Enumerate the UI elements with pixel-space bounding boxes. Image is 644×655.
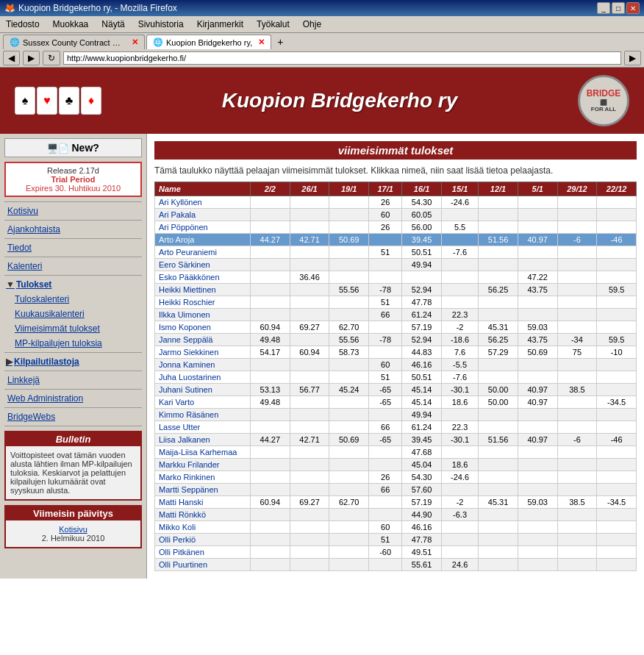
- table-row: Markku Frilander45.0418.6: [155, 459, 637, 471]
- cell-value: 49.48: [251, 396, 290, 409]
- cell-value: 24.6: [441, 559, 478, 571]
- cell-name: Arto Peuraniemi: [155, 246, 251, 259]
- cell-value: 45.14: [402, 384, 442, 396]
- player-link[interactable]: Matti Rönkkö: [159, 510, 206, 519]
- player-link[interactable]: Mikko Koli: [159, 523, 196, 531]
- address-input[interactable]: [63, 51, 621, 65]
- tab-0-close[interactable]: ✕: [132, 37, 138, 47]
- nav-viimeisimmat[interactable]: Viimeisimmät tulokset: [0, 321, 146, 336]
- player-link[interactable]: Kari Varto: [159, 398, 194, 407]
- player-link[interactable]: Arto Aroja: [159, 235, 194, 244]
- forward-button[interactable]: ▶: [23, 51, 40, 65]
- nav-divider-6: [4, 371, 142, 371]
- menu-tyokalut[interactable]: Työkalut: [254, 18, 293, 31]
- nav-kilpailutilastoja[interactable]: ▶Kilpailutilastoja: [0, 354, 146, 369]
- player-link[interactable]: Markku Frilander: [159, 460, 220, 469]
- cell-value: [329, 221, 369, 234]
- cell-name: Marko Rinkinen: [155, 471, 251, 484]
- player-link[interactable]: Martti Seppänen: [159, 485, 218, 494]
- player-link[interactable]: Ari Pakala: [159, 210, 196, 219]
- cell-value: [518, 559, 557, 571]
- nav-tuloskalenteri[interactable]: Tuloskalenteri: [0, 292, 146, 307]
- table-row: Olli Puurtinen55.6124.6: [155, 559, 637, 571]
- cell-value: [479, 484, 518, 496]
- table-row: Jarmo Siekkinen54.1760.9458.7344.837.657…: [155, 346, 637, 359]
- player-link[interactable]: Lasse Utter: [159, 423, 200, 432]
- menu-ohje[interactable]: Ohje: [300, 18, 324, 31]
- nav-bridgewebs[interactable]: BridgeWebs: [0, 409, 146, 424]
- nav-kalenteri[interactable]: Kalenteri: [0, 259, 146, 273]
- window-controls: _ □ ✕: [597, 2, 640, 14]
- cell-value: [290, 309, 329, 321]
- nav-mp-kilpailujen[interactable]: MP-kilpailujen tuloksia: [0, 336, 146, 351]
- tab-1-close[interactable]: ✕: [258, 37, 265, 47]
- player-link[interactable]: Ilkka Uimonen: [159, 310, 210, 319]
- menu-muokkaa[interactable]: Muokkaa: [50, 18, 92, 31]
- menu-tiedosto[interactable]: Tiedosto: [3, 18, 43, 31]
- player-link[interactable]: Olli Puurtinen: [159, 560, 207, 569]
- menu-sivuhistoria[interactable]: Sivuhistoria: [135, 18, 187, 31]
- cell-value: 50.00: [479, 384, 518, 396]
- results-scroll-area[interactable]: Name 2/2 26/1 19/1 17/1 16/1 15/1 12/1 5…: [154, 182, 637, 571]
- nav-tiedot[interactable]: Tiedot: [0, 240, 146, 255]
- menu-kirjanmerkit[interactable]: Kirjanmerkit: [194, 18, 246, 31]
- player-link[interactable]: Ari Kyllönen: [159, 198, 202, 207]
- cell-value: [369, 559, 402, 571]
- nav-divider-3: [4, 257, 142, 257]
- table-body: Ari Kyllönen2654.30-24.6Ari Pakala6060.0…: [155, 196, 637, 571]
- cell-value: [518, 521, 557, 534]
- player-link[interactable]: Jarmo Siekkinen: [159, 348, 218, 357]
- go-button[interactable]: ▶: [624, 51, 641, 65]
- new-tab-button[interactable]: +: [273, 35, 287, 49]
- nav-divider-5: [4, 352, 142, 353]
- cell-value: [518, 471, 557, 484]
- close-button[interactable]: ✕: [626, 2, 640, 14]
- player-link[interactable]: Heikki Roschier: [159, 298, 215, 307]
- cell-name: Juha Luostarinen: [155, 371, 251, 384]
- main-content: viimeisimmät tulokset Tämä taulukko näyt…: [147, 134, 644, 579]
- cell-value: 56.77: [290, 384, 329, 396]
- table-row: Eero Särkinen49.94: [155, 259, 637, 271]
- player-link[interactable]: Maija-Liisa Karhemaa: [159, 448, 237, 457]
- player-link[interactable]: Ismo Koponen: [159, 323, 211, 332]
- player-link[interactable]: Janne Seppälä: [159, 335, 212, 344]
- player-link[interactable]: Olli Pitkänen: [159, 548, 204, 556]
- nav-ajankohtaista[interactable]: Ajankohtaista: [0, 222, 146, 237]
- player-link[interactable]: Esko Pääkkönen: [159, 273, 220, 282]
- player-link[interactable]: Heikki Miettinen: [159, 285, 216, 294]
- player-link[interactable]: Kimmo Räsänen: [159, 410, 218, 419]
- latest-link[interactable]: Kotisivu: [59, 525, 87, 534]
- player-link[interactable]: Matti Hanski: [159, 498, 204, 507]
- cell-value: 57.19: [402, 496, 442, 509]
- cell-value: [290, 371, 329, 384]
- minimize-button[interactable]: _: [597, 2, 610, 14]
- player-link[interactable]: Jonna Kaminen: [159, 360, 215, 369]
- reload-button[interactable]: ↻: [43, 51, 60, 65]
- cell-name: Esko Pääkkönen: [155, 271, 251, 284]
- menu-bar: Tiedosto Muokkaa Näytä Sivuhistoria Kirj…: [0, 16, 644, 33]
- maximize-button[interactable]: □: [612, 2, 625, 14]
- player-link[interactable]: Liisa Jalkanen: [159, 435, 210, 444]
- menu-nayta[interactable]: Näytä: [99, 18, 127, 31]
- player-link[interactable]: Marko Rinkinen: [159, 473, 215, 482]
- nav-kotisivu[interactable]: Kotisivu: [0, 204, 146, 218]
- cell-value: 61.24: [402, 421, 442, 434]
- cell-value: 66: [369, 309, 402, 321]
- player-link[interactable]: Ari Pöppönen: [159, 223, 208, 232]
- nav-web-administration[interactable]: Web Administration: [0, 391, 146, 406]
- cell-value: 57.29: [479, 346, 518, 359]
- nav-linkkeja[interactable]: Linkkejä: [0, 373, 146, 387]
- cell-value: [518, 421, 557, 434]
- nav-kuukausikalenteri[interactable]: Kuukausikalenteri: [0, 307, 146, 321]
- nav-tulokset[interactable]: ▼Tulokset: [0, 277, 146, 292]
- tab-1[interactable]: 🌐 Kuopion Bridgekerho ry, ✕: [146, 35, 271, 49]
- tab-0[interactable]: 🌐 Sussex County Contract Bridge Associa.…: [3, 35, 145, 49]
- back-button[interactable]: ◀: [3, 51, 20, 65]
- player-link[interactable]: Juhani Sutinen: [159, 385, 212, 394]
- player-link[interactable]: Eero Särkinen: [159, 260, 210, 269]
- cell-value: [518, 509, 557, 521]
- player-link[interactable]: Arto Peuraniemi: [159, 248, 217, 257]
- cell-value: 50.00: [479, 396, 518, 409]
- player-link[interactable]: Olli Perkiö: [159, 535, 196, 544]
- player-link[interactable]: Juha Luostarinen: [159, 373, 221, 382]
